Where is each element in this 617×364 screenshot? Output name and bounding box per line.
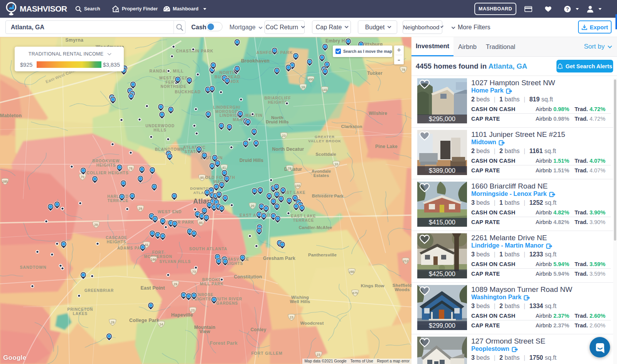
svg-text:TERRACE: TERRACE bbox=[108, 199, 129, 203]
svg-text:Pine Lake: Pine Lake bbox=[375, 144, 398, 149]
svg-text:College Park: College Park bbox=[129, 318, 159, 323]
svg-text:Gresham Park: Gresham Park bbox=[263, 256, 295, 261]
svg-text:BROOKVIEW: BROOKVIEW bbox=[93, 159, 120, 163]
svg-text:North Decatur: North Decatur bbox=[272, 147, 304, 152]
svg-text:GREATER: GREATER bbox=[315, 135, 335, 139]
svg-text:212: 212 bbox=[403, 259, 408, 263]
svg-text:29: 29 bbox=[138, 207, 142, 211]
svg-text:SYLVAN HILLS: SYLVAN HILLS bbox=[159, 260, 191, 264]
svg-text:Conley: Conley bbox=[250, 327, 266, 332]
svg-text:85: 85 bbox=[199, 221, 203, 225]
svg-text:View: View bbox=[199, 329, 210, 334]
svg-text:EAST LAKE: EAST LAKE bbox=[291, 214, 316, 218]
svg-text:23: 23 bbox=[282, 134, 286, 138]
svg-text:141: 141 bbox=[322, 88, 327, 92]
svg-text:23: 23 bbox=[317, 353, 320, 357]
svg-text:GREENBRIAR: GREENBRIAR bbox=[84, 288, 114, 293]
svg-text:VALLEY BROOK: VALLEY BROOK bbox=[308, 139, 341, 143]
svg-text:HILLS: HILLS bbox=[153, 128, 166, 132]
svg-text:Scottdale: Scottdale bbox=[315, 152, 336, 157]
svg-text:Druid Hills: Druid Hills bbox=[266, 120, 289, 124]
svg-text:GARDENS: GARDENS bbox=[216, 301, 238, 305]
svg-text:Belvedere Park: Belvedere Park bbox=[312, 194, 344, 198]
svg-text:BRIARCLIFF: BRIARCLIFF bbox=[265, 96, 291, 100]
svg-text:Well Hills: Well Hills bbox=[290, 299, 310, 304]
svg-text:UNDERWOOD: UNDERWOOD bbox=[145, 124, 175, 128]
svg-text:400: 400 bbox=[308, 78, 314, 81]
svg-text:RANDALL MILL: RANDALL MILL bbox=[150, 69, 184, 73]
svg-text:675: 675 bbox=[352, 291, 358, 295]
svg-text:Forest Park: Forest Park bbox=[210, 340, 238, 346]
svg-text:HEIGHTS: HEIGHTS bbox=[96, 163, 116, 167]
svg-text:Tucker: Tucker bbox=[367, 71, 383, 76]
svg-text:166: 166 bbox=[151, 258, 156, 261]
svg-text:23: 23 bbox=[191, 308, 195, 312]
svg-text:Wilshire: Wilshire bbox=[369, 111, 387, 116]
svg-text:78: 78 bbox=[129, 167, 133, 170]
svg-text:20: 20 bbox=[251, 204, 255, 208]
svg-text:FORT GILLEM: FORT GILLEM bbox=[251, 351, 282, 356]
svg-text:NORTHSIDE: NORTHSIDE bbox=[161, 84, 187, 89]
svg-text:HEIGHTS: HEIGHTS bbox=[268, 100, 288, 104]
svg-text:29: 29 bbox=[174, 282, 177, 286]
svg-text:HARLAND: HARLAND bbox=[107, 194, 129, 199]
svg-text:155: 155 bbox=[295, 184, 300, 188]
svg-text:SANDTOWN: SANDTOWN bbox=[20, 265, 47, 270]
svg-text:23: 23 bbox=[290, 315, 293, 319]
svg-text:Panthersville: Panthersville bbox=[308, 253, 337, 257]
svg-text:Woods: Woods bbox=[394, 287, 410, 292]
svg-text:MCPHERSON: MCPHERSON bbox=[144, 254, 172, 259]
svg-text:14: 14 bbox=[159, 322, 163, 326]
svg-text:70: 70 bbox=[81, 175, 84, 179]
svg-text:PRINCETON: PRINCETON bbox=[67, 307, 93, 312]
svg-text:29: 29 bbox=[94, 223, 98, 227]
svg-text:Constitution: Constitution bbox=[234, 274, 262, 280]
svg-text:SOUTH ATLANTA: SOUTH ATLANTA bbox=[189, 246, 228, 251]
svg-text:BUCKHEAD: BUCKHEAD bbox=[175, 89, 201, 94]
svg-text:78: 78 bbox=[401, 68, 405, 72]
svg-text:Estates: Estates bbox=[314, 173, 329, 178]
svg-text:BROOKS: BROOKS bbox=[202, 278, 221, 282]
svg-text:Candler-McAfee: Candler-McAfee bbox=[299, 225, 332, 230]
svg-text:Kings Row: Kings Row bbox=[361, 283, 384, 288]
svg-text:COLLIER HEIGHTS: COLLIER HEIGHTS bbox=[86, 170, 128, 175]
svg-text:East Point: East Point bbox=[140, 285, 165, 291]
svg-text:Mableton: Mableton bbox=[0, 113, 22, 118]
svg-text:?: ? bbox=[566, 6, 569, 12]
svg-text:CASCADE: CASCADE bbox=[106, 236, 127, 240]
svg-text:73: 73 bbox=[192, 270, 196, 274]
svg-text:Druid Hills: Druid Hills bbox=[239, 158, 263, 163]
svg-text:LINDBERGH/: LINDBERGH/ bbox=[213, 105, 240, 110]
svg-text:285: 285 bbox=[349, 270, 354, 274]
svg-text:LAKES: LAKES bbox=[73, 312, 88, 316]
svg-text:Woodcrest: Woodcrest bbox=[300, 321, 324, 325]
svg-text:10: 10 bbox=[334, 162, 338, 166]
svg-text:MILL PARK: MILL PARK bbox=[200, 282, 224, 286]
svg-text:WEST END: WEST END bbox=[158, 209, 182, 214]
svg-text:TERRACE: TERRACE bbox=[293, 218, 314, 222]
svg-text:285: 285 bbox=[2, 180, 8, 184]
svg-text:Smyrna: Smyrna bbox=[65, 37, 83, 43]
svg-text:HEIGHTS: HEIGHTS bbox=[107, 240, 126, 244]
svg-text:FORT: FORT bbox=[152, 250, 164, 254]
svg-text:85: 85 bbox=[200, 176, 204, 180]
svg-text:29: 29 bbox=[111, 320, 115, 324]
svg-text:Clarkston: Clarkston bbox=[341, 124, 362, 129]
svg-text:Hapeville: Hapeville bbox=[171, 312, 193, 318]
svg-text:41: 41 bbox=[222, 166, 226, 170]
svg-text:Brookhaven: Brookhaven bbox=[241, 58, 270, 64]
svg-text:78: 78 bbox=[288, 167, 292, 170]
svg-text:WEST PACES: WEST PACES bbox=[159, 76, 188, 80]
svg-text:19: 19 bbox=[301, 85, 305, 89]
